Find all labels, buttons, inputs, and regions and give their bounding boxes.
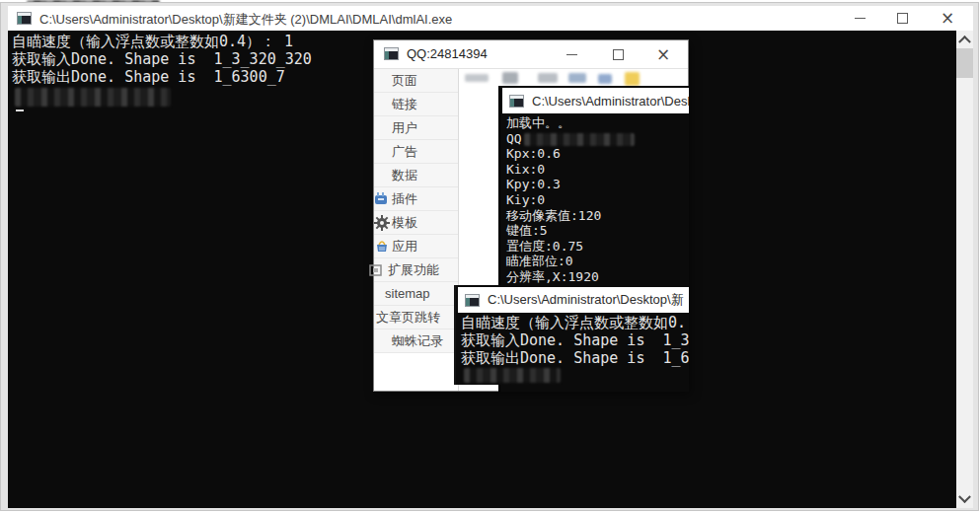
toolbar-icon-blurred[interactable] [568, 73, 586, 83]
console-line: 获取输入Done. Shape is 1_3_32 [461, 331, 689, 349]
sidebar-item-extensions[interactable]: 扩展功能 [374, 258, 458, 282]
screen: C:\Users\Administrator\Desktop\新建文件夹 (2)… [0, 0, 980, 512]
expand-icon [368, 262, 384, 278]
close-icon[interactable]: × [933, 6, 962, 31]
toolbar-icon-blurred[interactable] [538, 73, 558, 83]
sidebar-item-plugins[interactable]: 插件 [374, 187, 458, 211]
gear-icon [374, 215, 390, 231]
console-line: 移动像素值:120 [506, 208, 689, 224]
minimize-icon[interactable] [557, 40, 586, 68]
toolbar-icon-blurred[interactable] [465, 74, 489, 82]
overlay-console-title: C:\Users\Administrator\Desktop\新 [488, 291, 684, 309]
sidebar-item-apps[interactable]: 应用 [374, 235, 458, 258]
censored-blob [15, 88, 171, 107]
console-line: Kpx:0.6 [506, 146, 689, 162]
maximize-icon[interactable] [603, 40, 633, 68]
overlay-console-titlebar[interactable]: C:\Users\Administrator\Desk [502, 88, 689, 113]
scroll-up-icon[interactable] [956, 31, 973, 47]
text-cursor [16, 110, 24, 111]
console-line: 置信度:0.75 [506, 239, 689, 255]
censored-blob [524, 133, 635, 146]
sidebar-item-templates[interactable]: 模板 [374, 211, 458, 235]
basket-icon [374, 239, 390, 255]
toolbar-icon-blurred[interactable] [625, 72, 640, 86]
minimize-icon[interactable] [845, 6, 874, 31]
qq-window-titlebar[interactable]: QQ:24814394 × [374, 40, 688, 69]
sidebar-item-links[interactable]: 链接 [374, 93, 458, 116]
scrollbar-thumb[interactable] [956, 48, 973, 78]
console-line: 瞄准部位:0 [506, 254, 689, 269]
console-line: Kiy:0 [506, 192, 689, 208]
console-app-icon [17, 12, 32, 25]
qq-window-title: QQ:24814394 [407, 46, 488, 61]
sidebar-item-users[interactable]: 用户 [374, 116, 458, 140]
console-app-icon [465, 294, 480, 307]
qq-app-icon [384, 47, 399, 60]
main-window-titlebar[interactable]: C:\Users\Administrator\Desktop\新建文件夹 (2)… [8, 6, 973, 31]
main-window-title: C:\Users\Administrator\Desktop\新建文件夹 (2)… [39, 11, 452, 29]
sidebar-item-sitemap[interactable]: sitemap [374, 282, 458, 306]
console-line: 分辨率,X:1920 [506, 269, 689, 285]
scroll-down-icon[interactable] [956, 491, 973, 508]
maximize-icon[interactable] [887, 6, 917, 31]
sidebar-item-pages[interactable]: 页面 [374, 69, 458, 93]
console-line: 自瞄速度（输入浮点数或整数如0. [461, 314, 689, 331]
console-line: Kpy:0.3 [506, 177, 689, 192]
censored-blob [464, 368, 561, 383]
sidebar-menu: 页面 链接 用户 广告 数据 插件 模板 应用 [374, 69, 459, 391]
scrollbar[interactable] [956, 31, 973, 508]
overlay-console-titlebar[interactable]: C:\Users\Administrator\Desktop\新 [458, 287, 689, 313]
plugin-icon [374, 191, 390, 207]
sidebar-item-ads[interactable]: 广告 [374, 140, 458, 164]
console-line: 获取输出Done. Shape is 1_6300 [461, 349, 689, 367]
sidebar-item-spider-log[interactable]: 蜘蛛记录 [374, 329, 458, 353]
console-line: QQ [506, 131, 689, 147]
sidebar-item-article-jump[interactable]: 文章页跳转 [374, 306, 458, 329]
console-output: 自瞄速度（输入浮点数或整数如0. 获取输入Done. Shape is 1_3_… [458, 313, 689, 385]
overlay-console-title: C:\Users\Administrator\Desk [532, 94, 689, 109]
sidebar-item-data[interactable]: 数据 [374, 164, 458, 187]
close-icon[interactable]: × [648, 40, 678, 68]
toolbar-icon-blurred[interactable] [502, 72, 518, 84]
overlay-console-front: C:\Users\Administrator\Desktop\新 自瞄速度（输入… [454, 285, 689, 385]
toolbar-icon-blurred[interactable] [598, 74, 612, 84]
console-line: 键值:5 [506, 223, 689, 239]
console-line: 加载中。。 [506, 115, 689, 131]
console-line: Kix:0 [506, 162, 689, 178]
console-app-icon [509, 95, 524, 108]
